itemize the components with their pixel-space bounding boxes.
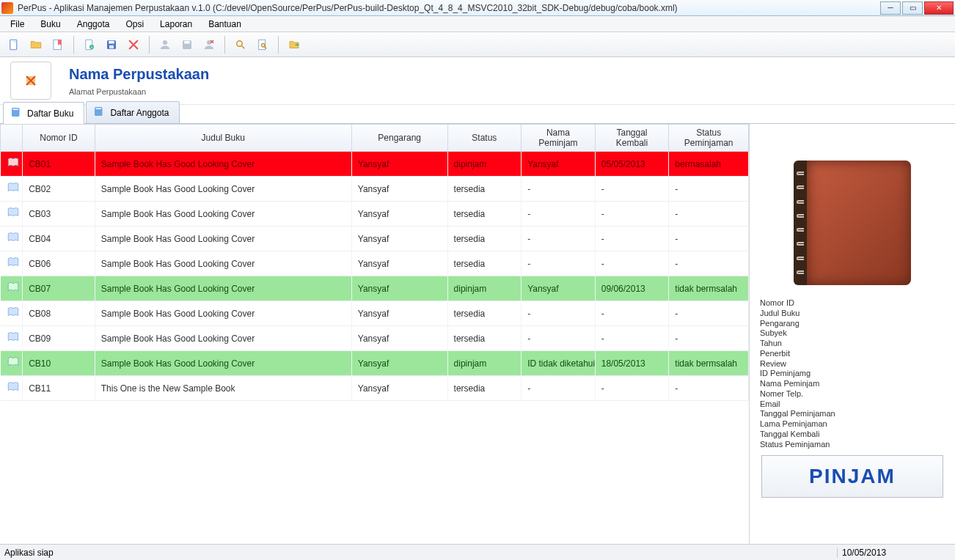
bookmark-icon[interactable] bbox=[48, 35, 67, 54]
detail-label: Nomer Telp. bbox=[760, 389, 945, 399]
cell: - bbox=[669, 226, 749, 251]
statusbar: Aplikasi siap 10/05/2013 bbox=[0, 544, 955, 560]
svg-rect-6 bbox=[109, 40, 114, 43]
book-row-icon bbox=[7, 331, 20, 341]
svg-rect-17 bbox=[13, 109, 19, 111]
cell: - bbox=[669, 251, 749, 276]
menu-bantuan[interactable]: Bantuan bbox=[201, 18, 249, 31]
column-header[interactable]: Tanggal Kembali bbox=[595, 125, 669, 152]
new-doc-icon[interactable]: + bbox=[80, 35, 99, 54]
tab-daftar-buku[interactable]: Daftar Buku bbox=[3, 102, 84, 124]
tabbar: Daftar BukuDaftar Anggota bbox=[0, 105, 955, 124]
cell: CB08 bbox=[23, 301, 95, 326]
report-icon[interactable] bbox=[253, 35, 272, 54]
detail-label: Pengarang bbox=[760, 319, 945, 329]
cell: Yansyaf bbox=[351, 351, 447, 376]
window-title: PerPus - Aplikasi Manajemen Perpustakaan… bbox=[18, 3, 880, 13]
open-folder-icon[interactable] bbox=[26, 35, 45, 54]
cell: bermasalah bbox=[669, 152, 749, 177]
menu-buku[interactable]: Buku bbox=[33, 18, 67, 31]
table-row[interactable]: CB09Sample Book Has Good Looking CoverYa… bbox=[1, 326, 749, 351]
cell: - bbox=[522, 226, 596, 251]
cell: This One is the New Sample Book bbox=[95, 376, 351, 401]
detail-label: Status Peminjaman bbox=[760, 440, 945, 450]
library-logo bbox=[10, 62, 51, 100]
book-table[interactable]: Nomor IDJudul BukuPengarangStatusNama Pe… bbox=[0, 124, 749, 544]
cell: Yansyaf bbox=[351, 177, 447, 202]
table-row[interactable]: CB11This One is the New Sample BookYansy… bbox=[1, 376, 749, 401]
column-header[interactable]: Nomor ID bbox=[23, 125, 95, 152]
svg-rect-7 bbox=[109, 45, 114, 48]
minimize-button[interactable]: ─ bbox=[880, 1, 901, 15]
svg-point-12 bbox=[237, 40, 243, 46]
cell: - bbox=[522, 202, 596, 226]
menu-anggota[interactable]: Anggota bbox=[70, 18, 117, 31]
menu-opsi[interactable]: Opsi bbox=[118, 18, 151, 31]
cell: dipinjam bbox=[447, 276, 522, 301]
svg-point-8 bbox=[163, 40, 167, 45]
detail-label: Tanggal Kembali bbox=[760, 430, 945, 440]
menu-file[interactable]: File bbox=[3, 18, 32, 31]
cell: - bbox=[669, 202, 749, 226]
cell: Sample Book Has Good Looking Cover bbox=[95, 152, 351, 177]
column-header[interactable]: Status bbox=[447, 125, 522, 152]
column-header[interactable]: Judul Buku bbox=[95, 125, 351, 152]
cell: CB09 bbox=[23, 326, 95, 351]
cell: 05/05/2013 bbox=[595, 152, 669, 177]
pinjam-button[interactable]: PINJAM bbox=[761, 455, 943, 498]
toolbar-separator bbox=[149, 36, 150, 54]
table-row[interactable]: CB03Sample Book Has Good Looking CoverYa… bbox=[1, 202, 749, 226]
cell: Yansyaf bbox=[351, 226, 447, 251]
cell: ID tidak diketahui bbox=[522, 351, 596, 376]
book-row-icon bbox=[7, 206, 20, 216]
search-icon[interactable] bbox=[231, 35, 250, 54]
cell: tersedia bbox=[447, 326, 522, 351]
cell: tidak bermsalah bbox=[669, 351, 749, 376]
table-row[interactable]: CB01Sample Book Has Good Looking CoverYa… bbox=[1, 152, 749, 177]
table-row[interactable]: CB07Sample Book Has Good Looking CoverYa… bbox=[1, 276, 749, 301]
cell: Sample Book Has Good Looking Cover bbox=[95, 202, 351, 226]
cell: - bbox=[522, 326, 596, 351]
toolbar-separator bbox=[73, 36, 74, 54]
table-row[interactable]: CB10Sample Book Has Good Looking CoverYa… bbox=[1, 351, 749, 376]
cell: Yansyaf bbox=[522, 152, 596, 177]
cell: Sample Book Has Good Looking Cover bbox=[95, 301, 351, 326]
library-title: Nama Perpustakaan bbox=[69, 66, 209, 83]
cell: - bbox=[595, 251, 669, 276]
user-icon[interactable] bbox=[155, 35, 175, 54]
column-header[interactable]: Nama Peminjam bbox=[522, 125, 596, 152]
cell: Yansyaf bbox=[522, 276, 596, 301]
menubar: FileBukuAnggotaOpsiLaporanBantuan bbox=[0, 16, 955, 32]
table-row[interactable]: CB06Sample Book Has Good Looking CoverYa… bbox=[1, 251, 749, 276]
new-file-icon[interactable] bbox=[4, 35, 23, 54]
cell: CB02 bbox=[23, 177, 95, 202]
cell: Yansyaf bbox=[351, 152, 447, 177]
column-header[interactable]: Pengarang bbox=[351, 125, 447, 152]
table-row[interactable]: CB08Sample Book Has Good Looking CoverYa… bbox=[1, 301, 749, 326]
tab-daftar-anggota[interactable]: Daftar Anggota bbox=[86, 101, 180, 123]
export-icon[interactable] bbox=[285, 35, 304, 54]
cell: - bbox=[595, 301, 669, 326]
toolbar: + bbox=[0, 32, 955, 57]
column-header[interactable] bbox=[1, 125, 23, 152]
status-date: 10/05/2013 bbox=[838, 548, 955, 558]
save-user-icon[interactable] bbox=[178, 35, 197, 54]
maximize-button[interactable]: ▭ bbox=[902, 1, 923, 15]
cell: 09/06/2013 bbox=[595, 276, 669, 301]
table-row[interactable]: CB02Sample Book Has Good Looking CoverYa… bbox=[1, 177, 749, 202]
menu-laporan[interactable]: Laporan bbox=[153, 18, 200, 31]
close-button[interactable]: ✕ bbox=[924, 1, 954, 15]
table-row[interactable]: CB04Sample Book Has Good Looking CoverYa… bbox=[1, 226, 749, 251]
save-icon[interactable] bbox=[102, 35, 121, 54]
cell: - bbox=[669, 326, 749, 351]
detail-label: Email bbox=[760, 399, 945, 410]
remove-user-icon[interactable] bbox=[200, 35, 219, 54]
delete-icon[interactable] bbox=[124, 35, 143, 54]
column-header[interactable]: Status Peminjaman bbox=[669, 125, 749, 152]
detail-label: Nomor ID bbox=[760, 298, 945, 309]
cell: CB01 bbox=[23, 152, 95, 177]
detail-label: Nama Peminjam bbox=[760, 379, 945, 389]
book-cover-image bbox=[794, 161, 911, 285]
cell: - bbox=[522, 376, 596, 401]
cell: CB03 bbox=[23, 202, 95, 226]
